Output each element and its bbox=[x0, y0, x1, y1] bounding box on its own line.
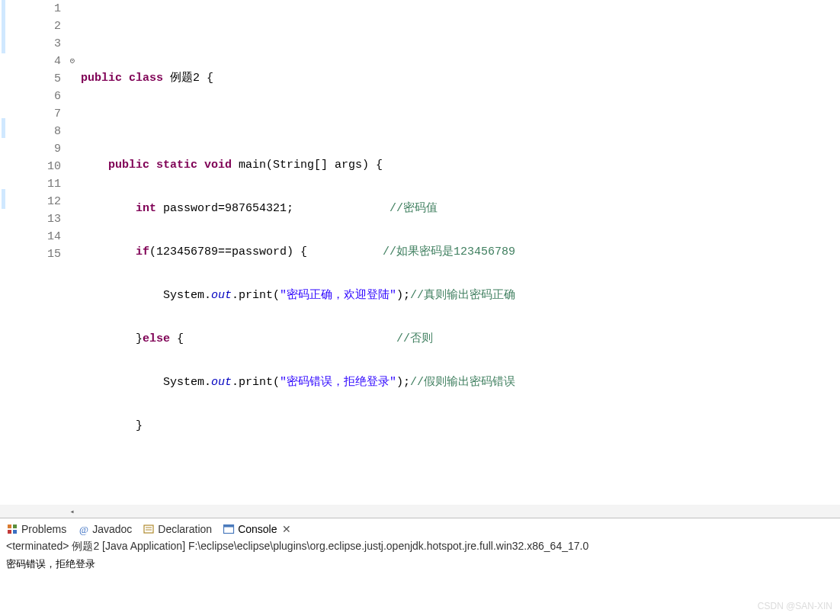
line-number: 14 bbox=[27, 228, 66, 245]
code-line[interactable]: }else { //否则 bbox=[79, 330, 840, 348]
tab-declaration[interactable]: Declaration bbox=[143, 523, 212, 535]
code-content[interactable]: public class 例题2 { public static void ma… bbox=[79, 0, 840, 505]
code-line[interactable]: } bbox=[79, 504, 840, 505]
line-number: 9 bbox=[27, 140, 66, 158]
line-number: 8 bbox=[27, 123, 66, 140]
annotation-ruler: ⊝ bbox=[66, 0, 79, 505]
svg-rect-1 bbox=[13, 525, 17, 528]
code-line[interactable] bbox=[79, 113, 840, 130]
override-marker-icon: ⊝ bbox=[66, 53, 79, 70]
line-number: 3 bbox=[27, 35, 66, 53]
scroll-left-icon[interactable]: ◂ bbox=[66, 505, 79, 518]
line-number: 6 bbox=[27, 88, 66, 105]
line-number: 12 bbox=[27, 193, 66, 210]
code-line[interactable]: System.out.print("密码错误，拒绝登录");//假则输出密码错误 bbox=[79, 374, 840, 391]
problems-icon bbox=[6, 523, 18, 535]
close-icon[interactable]: ✕ bbox=[282, 523, 291, 535]
marker-bar bbox=[0, 0, 27, 505]
tab-label: Console bbox=[238, 523, 277, 535]
tab-console[interactable]: Console ✕ bbox=[223, 523, 290, 535]
console-output-text: 密码错误，拒绝登录 bbox=[6, 558, 95, 569]
svg-rect-2 bbox=[8, 530, 11, 534]
svg-text:@: @ bbox=[79, 524, 88, 535]
line-number: 1 bbox=[27, 0, 66, 18]
code-line[interactable]: public class 例题2 { bbox=[79, 69, 840, 87]
line-number: 10 bbox=[27, 158, 66, 175]
console-status-line: <terminated> 例题2 [Java Application] F:\e… bbox=[0, 538, 840, 555]
watermark-text: CSDN @SAN-XIN bbox=[758, 601, 832, 611]
svg-rect-3 bbox=[13, 530, 17, 534]
code-line[interactable]: } bbox=[79, 417, 840, 435]
line-number: 2 bbox=[27, 18, 66, 35]
line-number: 15 bbox=[27, 245, 66, 263]
console-output[interactable]: 密码错误，拒绝登录 bbox=[0, 555, 840, 616]
javadoc-icon: @ bbox=[77, 523, 89, 535]
svg-rect-5 bbox=[144, 525, 153, 533]
declaration-icon bbox=[143, 523, 155, 535]
code-line[interactable]: if(123456789==password) { //如果密码是1234567… bbox=[79, 243, 840, 261]
tab-javadoc[interactable]: @ Javadoc bbox=[77, 523, 132, 535]
code-editor[interactable]: 1 2 3 4 5 6 7 8 9 10 11 12 13 14 15 ⊝ pu… bbox=[0, 0, 840, 505]
tab-label: Javadoc bbox=[92, 523, 132, 535]
svg-rect-9 bbox=[224, 525, 234, 528]
line-number: 11 bbox=[27, 175, 66, 193]
code-line[interactable]: public static void main(String[] args) { bbox=[79, 156, 840, 174]
line-number: 4 bbox=[27, 53, 66, 70]
bottom-panel-tabs: Problems @ Javadoc Declaration Console ✕ bbox=[0, 518, 840, 538]
code-line[interactable]: int password=987654321; //密码值 bbox=[79, 200, 840, 217]
tab-problems[interactable]: Problems bbox=[6, 523, 66, 535]
line-number: 7 bbox=[27, 105, 66, 123]
line-number: 5 bbox=[27, 70, 66, 88]
code-line[interactable] bbox=[79, 460, 840, 478]
svg-rect-0 bbox=[8, 525, 11, 528]
tab-label: Declaration bbox=[158, 523, 212, 535]
horizontal-scrollbar[interactable]: ◂ bbox=[0, 505, 840, 518]
line-number: 13 bbox=[27, 210, 66, 228]
console-icon bbox=[223, 523, 235, 535]
tab-label: Problems bbox=[21, 523, 66, 535]
code-line[interactable]: System.out.print("密码正确，欢迎登陆");//真则输出密码正确 bbox=[79, 287, 840, 304]
code-line[interactable] bbox=[79, 26, 840, 43]
line-number-gutter: 1 2 3 4 5 6 7 8 9 10 11 12 13 14 15 bbox=[27, 0, 66, 505]
